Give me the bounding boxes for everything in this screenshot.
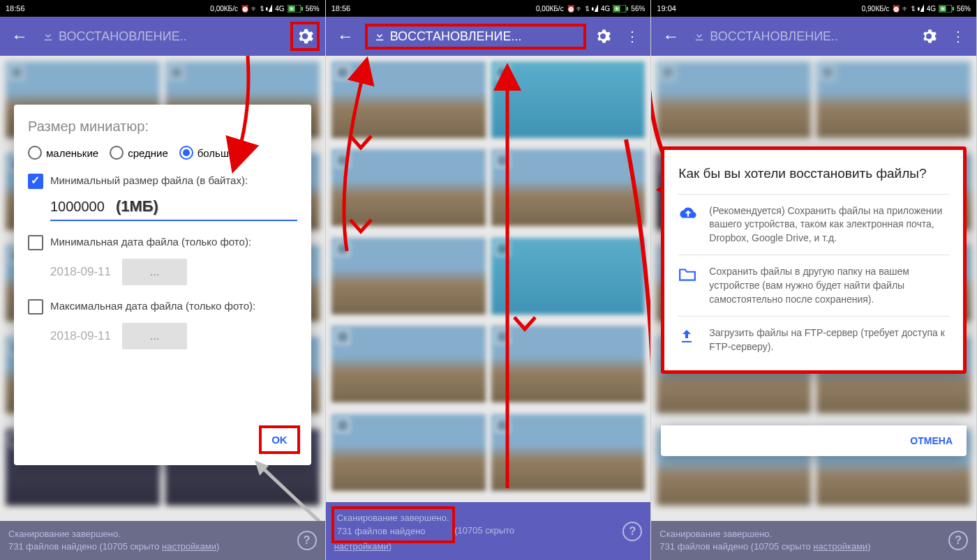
more-button[interactable]: ⋮ xyxy=(620,28,645,45)
status-time: 19:04 xyxy=(657,4,676,13)
annotation-arrows xyxy=(326,56,651,502)
status-bar: 18:56 0,00КБ/с ⏰ ᯤ ⇅ ▮◢ 4G 56% xyxy=(326,0,651,17)
settings-button[interactable] xyxy=(592,25,614,47)
status-bar: 19:04 0,90КБ/с ⏰ ᯤ ⇅ ▮◢ 4G 56% xyxy=(651,0,976,17)
status-net: 4G xyxy=(927,5,936,13)
min-date-label: Минимальная дата файла (только фото): xyxy=(50,235,251,250)
gear-icon xyxy=(296,27,314,45)
settings-link[interactable]: настройками xyxy=(334,541,389,552)
content-area xyxy=(326,56,651,502)
status-bar: 18:56 0,00КБ/с ⏰ ᯤ ⇅ ▮◢ 4G 56% xyxy=(0,0,325,17)
settings-link[interactable]: настройками xyxy=(813,541,867,552)
radio-small[interactable]: маленькие xyxy=(28,146,98,160)
status-speed: 0,00КБ/с xyxy=(536,5,564,13)
phone-panel-3: 19:04 0,90КБ/с ⏰ ᯤ ⇅ ▮◢ 4G 56% ← ВОССТАН… xyxy=(651,0,977,560)
back-button[interactable]: ← xyxy=(657,21,685,52)
min-size-input[interactable]: 1000000 xyxy=(50,199,105,215)
folder-icon xyxy=(678,265,699,306)
scan-status-bar: Сканирование завершено. 731 файлов найде… xyxy=(0,521,325,560)
app-title: ВОССТАНОВЛЕНИЕ.. xyxy=(39,27,285,47)
max-date-button[interactable]: ... xyxy=(122,323,187,349)
download-icon xyxy=(42,30,54,43)
min-date-checkbox[interactable] xyxy=(28,235,43,250)
help-button[interactable]: ? xyxy=(622,522,642,541)
annotation-arrow xyxy=(181,56,286,171)
app-bar: ← ВОССТАНОВЛЕНИЕ.. xyxy=(0,17,325,56)
status-time: 18:56 xyxy=(331,4,351,13)
cloud-upload-icon xyxy=(678,204,699,245)
settings-button[interactable] xyxy=(918,25,940,47)
status-battery: 56% xyxy=(957,5,971,13)
gear-icon xyxy=(920,28,937,45)
app-title: ВОССТАНОВЛЕНИЕ.. xyxy=(690,27,912,47)
phone-panel-2: 18:56 0,00КБ/с ⏰ ᯤ ⇅ ▮◢ 4G 56% ← ВОССТАН… xyxy=(326,0,652,560)
app-bar: ← ВОССТАНОВЛЕНИЕ... ⋮ xyxy=(326,17,651,56)
min-date-button[interactable]: ... xyxy=(122,259,187,285)
max-date-value: 2018-09-11 xyxy=(50,329,111,343)
svg-rect-2 xyxy=(301,7,303,10)
back-button[interactable]: ← xyxy=(331,21,359,52)
help-button[interactable]: ? xyxy=(948,531,968,550)
ok-button[interactable]: OK xyxy=(259,425,300,454)
scan-status-bar: Сканирование завершено. 731 файлов найде… xyxy=(326,502,651,560)
download-icon xyxy=(373,30,386,43)
status-net: 4G xyxy=(601,5,610,13)
settings-button[interactable] xyxy=(290,22,320,51)
status-net: 4G xyxy=(275,5,284,13)
status-right: 0,00КБ/с ⏰ ᯤ ⇅ ▮◢ 4G 56% xyxy=(536,5,645,13)
status-battery: 56% xyxy=(631,5,645,13)
status-time: 18:56 xyxy=(6,4,25,13)
min-size-checkbox[interactable] xyxy=(28,174,43,189)
app-title[interactable]: ВОССТАНОВЛЕНИЕ... xyxy=(365,24,587,50)
settings-link[interactable]: настройками xyxy=(162,541,216,552)
svg-rect-8 xyxy=(953,7,954,10)
radio-medium[interactable]: средние xyxy=(110,146,168,160)
dialog-title: Как бы вы хотели восстановить файлы? xyxy=(678,165,949,183)
status-speed: 0,00КБ/с xyxy=(210,5,238,13)
status-right: 0,90КБ/с ⏰ ᯤ ⇅ ▮◢ 4G 56% xyxy=(862,5,971,13)
svg-rect-5 xyxy=(627,7,628,10)
status-right: 0,00КБ/с ⏰ ᯤ ⇅ ▮◢ 4G 56% xyxy=(210,5,319,13)
upload-icon xyxy=(678,326,699,354)
max-date-label: Максимальная дата файла (только фото): xyxy=(50,299,255,315)
cancel-button[interactable]: ОТМЕНА xyxy=(661,425,967,456)
option-folder[interactable]: Сохранить файлы в другую папку на вашем … xyxy=(678,255,949,316)
phone-panel-1: 18:56 0,00КБ/с ⏰ ᯤ ⇅ ▮◢ 4G 56% ← ВОССТАН… xyxy=(0,0,326,560)
option-ftp[interactable]: Загрузить файлы на FTP-сервер (требует д… xyxy=(678,316,949,363)
annotation-arrow xyxy=(230,453,325,521)
app-bar: ← ВОССТАНОВЛЕНИЕ.. ⋮ xyxy=(651,17,976,56)
min-size-label: Минимальный размер файла (в байтах): xyxy=(50,174,248,189)
option-cloud[interactable]: (Рекомендуется) Сохранить файлы на прило… xyxy=(678,194,949,255)
content-area: Как бы вы хотели восстановить файлы? (Ре… xyxy=(651,56,976,521)
download-icon xyxy=(693,30,706,43)
status-speed: 0,90КБ/с xyxy=(862,5,890,13)
gear-icon xyxy=(595,28,611,45)
min-size-hint: (1МБ) xyxy=(116,197,158,215)
status-battery: 56% xyxy=(306,5,320,13)
scan-status-bar: Сканирование завершено. 731 файлов найде… xyxy=(651,521,976,560)
photo-thumb[interactable] xyxy=(816,61,971,138)
back-button[interactable]: ← xyxy=(6,21,33,52)
max-date-checkbox[interactable] xyxy=(28,299,43,315)
restore-dialog: Как бы вы хотели восстановить файлы? (Ре… xyxy=(661,146,967,374)
help-button[interactable]: ? xyxy=(297,531,317,550)
min-date-value: 2018-09-11 xyxy=(50,265,111,279)
content-area: Размер миниатюр: маленькие средние больш… xyxy=(0,56,325,521)
more-button[interactable]: ⋮ xyxy=(946,28,971,45)
